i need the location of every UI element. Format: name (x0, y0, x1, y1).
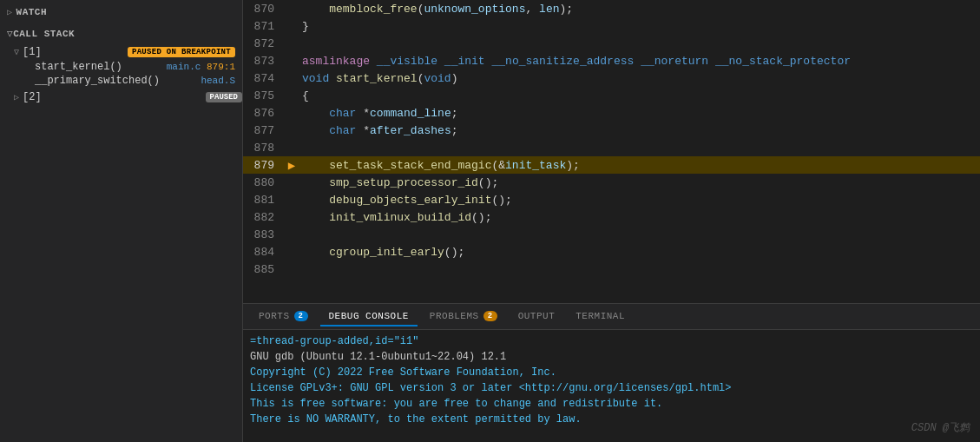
code-line-871: 871} (243, 17, 980, 35)
code-line-881: 881 debug_objects_early_init(); (243, 191, 980, 208)
thread1-chevron-icon: ▽ (14, 47, 19, 57)
console-line: =thread-group-added,id="i1" (250, 333, 973, 349)
frame1-location: main.c 879:1 (160, 62, 235, 72)
panel-tab-output[interactable]: OUTPUT (510, 307, 564, 327)
thread-2-label: ▷ [2] (14, 91, 42, 103)
debug-arrow-icon: ▶ (285, 158, 299, 173)
console-line: GNU gdb (Ubuntu 12.1-0ubuntu1~22.04) 12.… (250, 349, 973, 365)
line-content: { (299, 89, 980, 102)
line-content: char *after_dashes; (299, 124, 980, 137)
line-content: set_task_stack_end_magic(&init_task); (299, 159, 980, 172)
console-line: There is NO WARRANTY, to the extent perm… (250, 412, 973, 427)
watch-section: ▷ WATCH (0, 0, 242, 24)
thread-1-label: ▽ [1] (14, 46, 42, 58)
code-area: 870 memblock_free(unknown_options, len);… (243, 0, 980, 303)
line-number: 884 (243, 246, 285, 259)
code-line-875: 875{ (243, 87, 980, 104)
code-line-878: 878 (243, 139, 980, 156)
code-line-885: 885 (243, 261, 980, 278)
panel-tab-label: DEBUG CONSOLE (329, 311, 409, 321)
thread-1-header[interactable]: ▽ [1] PAUSED ON BREAKPOINT (14, 44, 235, 60)
bottom-panel: PORTS2DEBUG CONSOLEPROBLEMS2OUTPUTTERMIN… (243, 303, 980, 442)
stack-frame-1[interactable]: start_kernel() main.c 879:1 (14, 60, 235, 74)
thread2-chevron-icon: ▷ (14, 92, 19, 102)
panel-tab-problems[interactable]: PROBLEMS2 (421, 307, 506, 327)
panel-tab-badge: 2 (294, 311, 308, 321)
code-line-879: 879▶ set_task_stack_end_magic(&init_task… (243, 156, 980, 174)
line-number: 878 (243, 142, 285, 155)
call-stack-section: ▽ CALL STACK ▽ [1] PAUSED ON BREAKPOINT … (0, 24, 242, 442)
thread2-paused-badge: PAUSED (206, 92, 242, 102)
panel-tab-ports[interactable]: PORTS2 (250, 307, 317, 327)
line-number: 875 (243, 89, 285, 102)
watermark: CSDN @飞鹩 (911, 420, 970, 435)
code-line-874: 874void start_kernel(void) (243, 69, 980, 87)
code-line-873: 873asmlinkage __visible __init __no_sani… (243, 52, 980, 69)
line-number: 874 (243, 72, 285, 85)
thread-2-item[interactable]: ▷ [2] PAUSED (7, 89, 242, 105)
line-number: 873 (243, 55, 285, 68)
panel-tab-label: PROBLEMS (430, 311, 479, 321)
code-line-876: 876 char *command_line; (243, 104, 980, 122)
line-content: cgroup_init_early(); (299, 246, 980, 259)
line-number: 872 (243, 37, 285, 50)
panel-tab-label: PORTS (259, 311, 290, 321)
line-number: 883 (243, 228, 285, 241)
line-content: smp_setup_processor_id(); (299, 176, 980, 189)
line-number: 879 (243, 159, 285, 172)
panel-tabs: PORTS2DEBUG CONSOLEPROBLEMS2OUTPUTTERMIN… (243, 304, 980, 330)
line-number: 876 (243, 107, 285, 120)
frame2-location: head.S (201, 76, 235, 86)
line-number: 885 (243, 263, 285, 276)
line-content: memblock_free(unknown_options, len); (299, 3, 980, 16)
panel-tab-label: OUTPUT (518, 311, 556, 321)
console-line: This is free software: you are free to c… (250, 396, 973, 412)
line-number: 882 (243, 211, 285, 224)
watch-label: WATCH (16, 7, 48, 17)
code-line-880: 880 smp_setup_processor_id(); (243, 174, 980, 191)
panel-tab-debug-console[interactable]: DEBUG CONSOLE (320, 307, 418, 327)
line-content: char *command_line; (299, 107, 980, 120)
code-line-872: 872 (243, 35, 980, 52)
watch-chevron-icon: ▷ (7, 7, 13, 17)
line-number: 871 (243, 20, 285, 33)
panel-tab-label: TERMINAL (576, 311, 625, 321)
panel-tab-terminal[interactable]: TERMINAL (567, 307, 634, 327)
line-content: } (299, 20, 980, 33)
call-stack-label: CALL STACK (13, 29, 75, 39)
line-content: debug_objects_early_init(); (299, 194, 980, 207)
code-line-884: 884 cgroup_init_early(); (243, 243, 980, 261)
console-line: License GPLv3+: GNU GPL version 3 or lat… (250, 380, 973, 396)
line-content: void start_kernel(void) (299, 72, 980, 85)
sidebar: ▷ WATCH ▽ CALL STACK ▽ [1] PAUSED ON BRE… (0, 0, 243, 442)
call-stack-header[interactable]: ▽ CALL STACK (0, 24, 242, 43)
line-number: 881 (243, 194, 285, 207)
watch-header[interactable]: ▷ WATCH (0, 3, 242, 21)
code-line-870: 870 memblock_free(unknown_options, len); (243, 0, 980, 17)
line-number: 880 (243, 176, 285, 189)
frame2-name: __primary_switched() (35, 75, 160, 87)
line-number: 877 (243, 124, 285, 137)
code-lines: 870 memblock_free(unknown_options, len);… (243, 0, 980, 278)
code-line-883: 883 (243, 226, 980, 243)
code-line-882: 882 init_vmlinux_build_id(); (243, 208, 980, 226)
callstack-chevron-icon: ▽ (7, 28, 13, 39)
code-line-877: 877 char *after_dashes; (243, 122, 980, 139)
panel-content: =thread-group-added,id="i1"GNU gdb (Ubun… (243, 330, 980, 442)
frame1-name: start_kernel() (35, 61, 122, 73)
stack-frame-2[interactable]: __primary_switched() head.S (14, 74, 235, 88)
line-content: asmlinkage __visible __init __no_sanitiz… (299, 55, 980, 68)
thread-1-item: ▽ [1] PAUSED ON BREAKPOINT start_kernel(… (0, 43, 242, 89)
line-number: 870 (243, 3, 285, 16)
paused-on-breakpoint-badge: PAUSED ON BREAKPOINT (128, 47, 235, 57)
editor-area: 870 memblock_free(unknown_options, len);… (243, 0, 980, 442)
console-line: Copyright (C) 2022 Free Software Foundat… (250, 365, 973, 380)
line-content: init_vmlinux_build_id(); (299, 211, 980, 224)
panel-tab-badge: 2 (483, 311, 497, 321)
